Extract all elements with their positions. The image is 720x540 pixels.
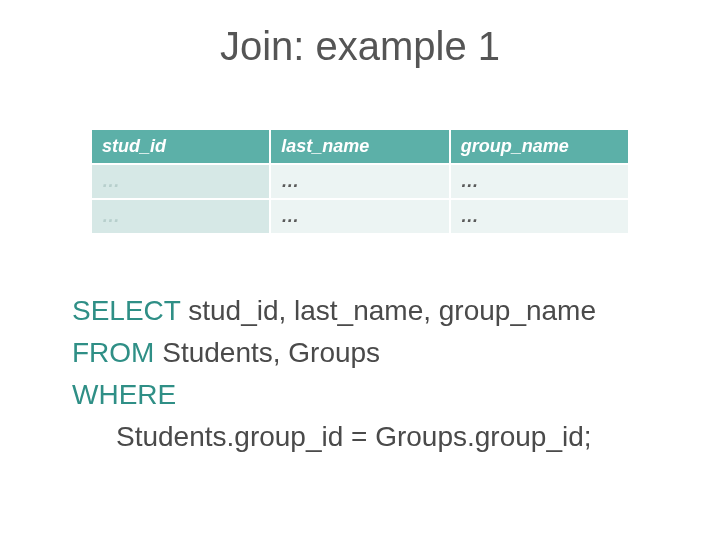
from-tables: Students, Groups [154, 337, 380, 368]
slide: Join: example 1 stud_id last_name group_… [0, 0, 720, 540]
cell: … [450, 199, 629, 234]
cell: … [270, 164, 449, 199]
sql-query: SELECT stud_id, last_name, group_name FR… [72, 290, 596, 458]
sql-line-from: FROM Students, Groups [72, 332, 596, 374]
table-header-row: stud_id last_name group_name [91, 129, 629, 164]
table-row: … … … [91, 164, 629, 199]
select-columns: stud_id, last_name, group_name [180, 295, 596, 326]
cell: … [91, 199, 270, 234]
result-table: stud_id last_name group_name … … … … … … [90, 128, 630, 235]
slide-title: Join: example 1 [0, 24, 720, 69]
col-header-stud-id: stud_id [91, 129, 270, 164]
cell: … [270, 199, 449, 234]
kw-select: SELECT [72, 295, 180, 326]
kw-where: WHERE [72, 379, 176, 410]
table-row: … … … [91, 199, 629, 234]
sql-line-select: SELECT stud_id, last_name, group_name [72, 290, 596, 332]
sql-line-where: WHERE [72, 374, 596, 416]
col-header-last-name: last_name [270, 129, 449, 164]
kw-from: FROM [72, 337, 154, 368]
col-header-group-name: group_name [450, 129, 629, 164]
where-clause: Students.group_id = Groups.group_id; [72, 416, 592, 458]
sql-line-where-clause: Students.group_id = Groups.group_id; [72, 416, 596, 458]
cell: … [450, 164, 629, 199]
cell: … [91, 164, 270, 199]
